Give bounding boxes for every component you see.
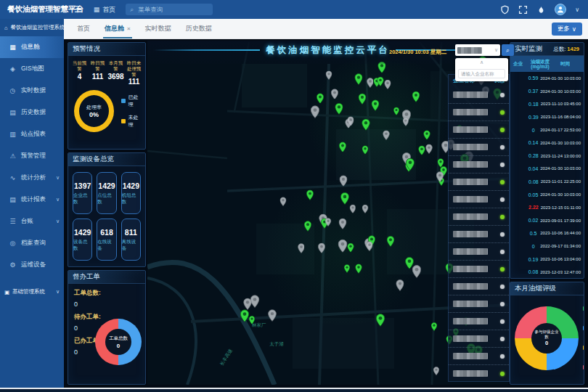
more-button[interactable]: 更多 ∨ — [552, 23, 582, 36]
realtime-row[interactable]: 0.18 2023-11-10 03:45:00 — [510, 98, 584, 111]
company-row[interactable] — [449, 243, 509, 261]
page-tab[interactable]: 首页 × — [70, 19, 97, 38]
sidebar-item[interactable]: ◈ GIS地图 ∨ — [0, 58, 64, 80]
map-pin[interactable] — [340, 192, 349, 205]
sidebar-group-base[interactable]: ▣ 基础管理系统 ∨ — [0, 283, 64, 301]
map-pin[interactable] — [347, 116, 354, 126]
map-pin[interactable] — [384, 80, 391, 89]
map-pin[interactable] — [406, 158, 415, 171]
map-pin[interactable] — [433, 367, 438, 375]
company-row[interactable] — [449, 348, 509, 365]
page-tab[interactable]: 信息舱 × — [97, 19, 138, 38]
map-pin[interactable] — [243, 298, 252, 310]
map-pin[interactable] — [248, 316, 255, 324]
realtime-row[interactable]: 0.5 2023-10-06 16:44:00 — [510, 227, 584, 240]
sidebar-item[interactable]: ▤ 历史数据 ∨ — [0, 102, 64, 123]
map-pin[interactable] — [376, 314, 385, 327]
device-stat-box[interactable]: 811 离线设备 — [121, 219, 141, 261]
menu-search[interactable]: ⌕ — [126, 4, 213, 15]
map-pin[interactable] — [362, 118, 370, 131]
map-pin[interactable] — [343, 264, 349, 273]
map-pin[interactable] — [424, 130, 431, 140]
device-stat-box[interactable]: 1397 企业总数 — [73, 172, 92, 214]
user-menu-caret-icon[interactable]: ∨ — [575, 7, 579, 13]
company-select[interactable]: ∨ — [455, 44, 500, 56]
realtime-row[interactable]: 0.08 2023-11-01 22:25:00 — [510, 175, 584, 188]
map-pin[interactable] — [359, 94, 367, 105]
sidebar-item[interactable]: ⚙ 运维设备 ∨ — [0, 254, 64, 276]
realtime-row[interactable]: 0 2022-09-17 01:34:00 — [510, 240, 584, 253]
realtime-row[interactable]: 0.19 2023-10-06 13:04:00 — [510, 253, 584, 266]
realtime-row[interactable]: 0 2024-01-17 22:53:00 — [510, 123, 584, 136]
map-pin[interactable] — [339, 219, 347, 229]
company-row[interactable] — [449, 226, 509, 243]
page-tab[interactable]: 实时数据 × — [138, 19, 179, 38]
company-row[interactable] — [449, 208, 509, 226]
company-row[interactable] — [449, 365, 509, 382]
map-pin[interactable] — [436, 172, 444, 183]
sidebar-item[interactable]: ◷ 实时数据 ∨ — [0, 80, 64, 102]
map-pin[interactable] — [339, 142, 346, 152]
sidebar-item[interactable]: ▥ 站点报表 ∨ — [0, 123, 64, 145]
chevron-up-icon[interactable]: ∧ — [458, 60, 505, 65]
map-pin[interactable] — [335, 103, 343, 115]
realtime-row[interactable]: 0.02 2023-09-01 17:39:00 — [510, 214, 584, 227]
map-pin[interactable] — [317, 93, 324, 104]
map-pin[interactable] — [405, 257, 414, 269]
map-pin[interactable] — [419, 145, 426, 155]
company-row[interactable] — [449, 121, 509, 139]
map-pin[interactable] — [304, 221, 312, 232]
fullscreen-icon[interactable] — [518, 5, 528, 15]
map-pin[interactable] — [367, 78, 374, 88]
close-icon[interactable]: × — [127, 25, 131, 32]
sidebar-group-monitoring[interactable]: ⌂ 餐饮油烟监控管理系统 ∧ — [0, 19, 64, 36]
realtime-row[interactable]: 0.05 2024-01-30 10:03:00 — [510, 188, 584, 201]
map-pin[interactable] — [393, 107, 399, 115]
map-pin[interactable] — [349, 205, 356, 213]
device-stat-box[interactable]: 1429 机组总数 — [121, 172, 141, 214]
map-pin[interactable] — [362, 145, 369, 155]
sidebar-item[interactable]: ▤ 统计报表 ∨ — [0, 189, 64, 211]
map-pin[interactable] — [306, 190, 314, 201]
map-pin[interactable] — [362, 205, 369, 213]
map-pin[interactable] — [383, 131, 391, 141]
breadcrumb[interactable]: ▦ 首页 — [94, 5, 116, 15]
map-pin[interactable] — [331, 89, 338, 99]
realtime-row[interactable]: 0.39 2023-11-16 08:04:00 — [510, 110, 584, 123]
company-row[interactable] — [449, 104, 509, 121]
map-pin[interactable] — [402, 118, 409, 126]
company-row[interactable] — [449, 156, 509, 173]
page-tab[interactable]: 历史数据 × — [179, 19, 219, 38]
realtime-row[interactable]: 0.14 2024-01-30 10:03:00 — [510, 136, 584, 150]
map-pin[interactable] — [310, 106, 319, 119]
shield-icon[interactable] — [500, 5, 510, 15]
map-pin[interactable] — [371, 100, 379, 112]
company-row[interactable] — [449, 86, 509, 104]
company-row[interactable] — [449, 173, 509, 191]
map-pin[interactable] — [354, 73, 362, 85]
menu-toggle-icon[interactable]: ☰ — [74, 4, 82, 15]
sidebar-item[interactable]: ◎ 档案查询 ∨ — [0, 232, 64, 254]
map-pin[interactable] — [318, 243, 325, 253]
user-avatar[interactable] — [555, 4, 566, 15]
map-pin[interactable] — [348, 243, 354, 253]
company-row[interactable] — [449, 313, 509, 330]
realtime-row[interactable]: 0.59 2024-01-30 10:03:00 — [510, 72, 584, 85]
company-row[interactable] — [449, 191, 509, 208]
map-pin[interactable] — [437, 158, 444, 168]
map-pin[interactable] — [340, 175, 348, 187]
map-pin[interactable] — [326, 70, 332, 80]
map-pin[interactable] — [387, 236, 395, 247]
company-row[interactable] — [449, 278, 509, 295]
map-pin[interactable] — [426, 144, 433, 155]
map-pin[interactable] — [431, 322, 437, 331]
device-stat-box[interactable]: 618 在线设备 — [97, 219, 116, 261]
map-pin[interactable] — [338, 239, 348, 252]
company-search-button[interactable]: ⌕ — [502, 44, 514, 56]
flame-icon[interactable] — [536, 5, 546, 15]
realtime-row[interactable]: 0.08 2023-12-03 12:47:00 — [510, 266, 584, 279]
map-pin[interactable] — [325, 219, 331, 227]
company-row[interactable] — [449, 261, 509, 278]
map-pin[interactable] — [396, 279, 404, 291]
map-pin[interactable] — [298, 243, 305, 253]
